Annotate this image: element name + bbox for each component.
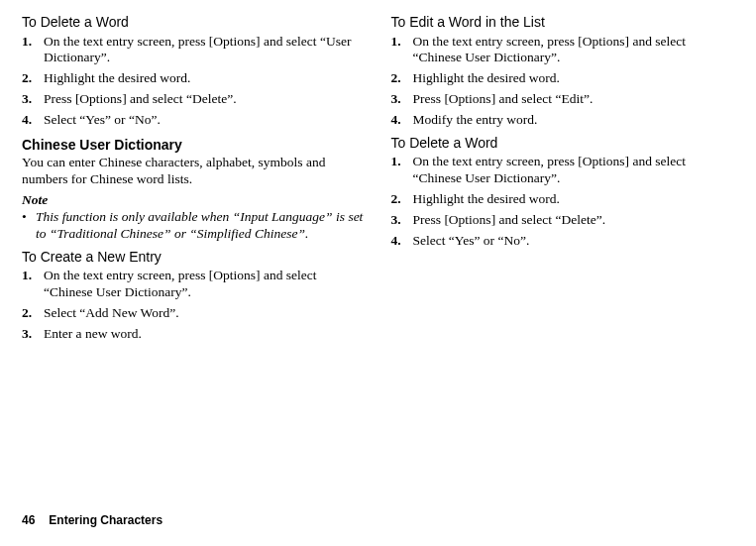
content-columns: To Delete a Word 1.On the text entry scr… [22, 14, 732, 349]
list-item: 2.Highlight the desired word. [391, 191, 733, 208]
step-number: 1. [22, 268, 44, 301]
note-item: • This function is only available when “… [22, 209, 364, 243]
delete-word-steps: 1.On the text entry screen, press [Optio… [22, 34, 364, 129]
step-text: Enter a new word. [44, 326, 364, 343]
list-item: 3.Enter a new word. [22, 326, 364, 343]
note-label: Note [22, 192, 364, 209]
step-number: 2. [22, 70, 44, 87]
list-item: 1.On the text entry screen, press [Optio… [391, 34, 733, 67]
step-text: On the text entry screen, press [Options… [413, 154, 733, 187]
step-text: Highlight the desired word. [44, 70, 364, 87]
edit-word-steps: 1.On the text entry screen, press [Optio… [391, 34, 733, 129]
note-text: This function is only available when “In… [36, 209, 364, 243]
list-item: 4.Select “Yes” or “No”. [22, 112, 364, 129]
step-text: On the text entry screen, press [Options… [44, 34, 364, 67]
section-title: Entering Characters [49, 513, 162, 527]
step-number: 3. [391, 91, 413, 108]
heading-delete-word-2: To Delete a Word [391, 135, 733, 153]
chinese-intro-paragraph: You can enter Chinese characters, alphab… [22, 155, 364, 188]
step-number: 4. [22, 112, 44, 129]
delete-word-steps-2: 1.On the text entry screen, press [Optio… [391, 154, 733, 249]
step-number: 2. [391, 70, 413, 87]
step-number: 1. [22, 34, 44, 67]
list-item: 1.On the text entry screen, press [Optio… [391, 154, 733, 187]
list-item: 4.Modify the entry word. [391, 112, 733, 129]
right-column: To Edit a Word in the List 1.On the text… [391, 14, 733, 349]
step-number: 2. [391, 191, 413, 208]
step-number: 3. [22, 326, 44, 343]
create-entry-steps: 1.On the text entry screen, press [Optio… [22, 268, 364, 343]
step-text: On the text entry screen, press [Options… [44, 268, 364, 301]
list-item: 2.Highlight the desired word. [22, 70, 364, 87]
page-number: 46 [22, 513, 35, 527]
heading-delete-word: To Delete a Word [22, 14, 364, 32]
list-item: 1.On the text entry screen, press [Optio… [22, 34, 364, 67]
note-bullet: • [22, 209, 36, 243]
step-text: Highlight the desired word. [413, 191, 733, 208]
step-text: Select “Add New Word”. [44, 305, 364, 322]
heading-create-entry: To Create a New Entry [22, 249, 364, 267]
step-text: Press [Options] and select “Edit”. [413, 91, 733, 108]
step-number: 3. [391, 212, 413, 229]
list-item: 2.Highlight the desired word. [391, 70, 733, 87]
step-number: 3. [22, 91, 44, 108]
heading-chinese-dictionary: Chinese User Dictionary [22, 137, 364, 155]
page-footer: 46Entering Characters [22, 513, 162, 528]
list-item: 3.Press [Options] and select “Delete”. [391, 212, 733, 229]
list-item: 1.On the text entry screen, press [Optio… [22, 268, 364, 301]
list-item: 2.Select “Add New Word”. [22, 305, 364, 322]
step-number: 4. [391, 233, 413, 250]
step-text: Press [Options] and select “Delete”. [413, 212, 733, 229]
step-text: On the text entry screen, press [Options… [413, 34, 733, 67]
heading-edit-word: To Edit a Word in the List [391, 14, 733, 32]
step-text: Select “Yes” or “No”. [413, 233, 733, 250]
list-item: 4.Select “Yes” or “No”. [391, 233, 733, 250]
step-number: 4. [391, 112, 413, 129]
left-column: To Delete a Word 1.On the text entry scr… [22, 14, 364, 349]
step-number: 1. [391, 154, 413, 187]
step-text: Press [Options] and select “Delete”. [44, 91, 364, 108]
list-item: 3.Press [Options] and select “Edit”. [391, 91, 733, 108]
step-text: Select “Yes” or “No”. [44, 112, 364, 129]
step-text: Modify the entry word. [413, 112, 733, 129]
list-item: 3.Press [Options] and select “Delete”. [22, 91, 364, 108]
step-number: 2. [22, 305, 44, 322]
step-number: 1. [391, 34, 413, 67]
step-text: Highlight the desired word. [413, 70, 733, 87]
